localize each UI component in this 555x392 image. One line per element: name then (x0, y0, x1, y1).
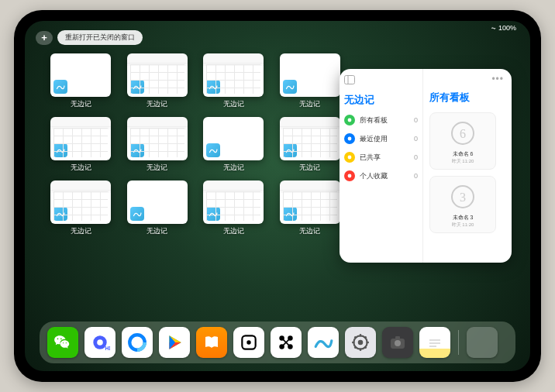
widget-main: ••• 所有看板 6未命名 6昨天 11:203未命名 3昨天 11:20 (423, 69, 512, 263)
category-icon (344, 133, 355, 144)
window-thumbnail (127, 181, 188, 224)
window-thumbnail (280, 117, 340, 160)
window-thumbnail (280, 181, 340, 224)
window-thumbnail (50, 53, 111, 97)
freeform-app-icon (130, 80, 144, 94)
window-label: 无边记 (299, 99, 320, 109)
category-icon (344, 170, 355, 181)
freeform-app-icon (130, 143, 144, 157)
window-label: 无边记 (299, 226, 320, 236)
board-timestamp: 昨天 11:20 (452, 158, 474, 165)
svg-point-24 (358, 340, 364, 346)
board-label: 未命名 3 (453, 214, 474, 222)
app-window[interactable]: 无边记 (201, 117, 267, 173)
widget-category-item[interactable]: 已共享0 (344, 152, 418, 163)
category-label: 个人收藏 (360, 171, 388, 181)
ipad-frame: ⏦ 100% + 重新打开已关闭的窗口 无边记无边记无边记无边记无边记无边记无边… (14, 10, 541, 382)
wechat-icon[interactable] (47, 327, 78, 358)
app-window[interactable]: 无边记 (125, 181, 191, 236)
svg-point-11 (97, 339, 103, 346)
dock: HD (40, 322, 515, 363)
widget-category-item[interactable]: 所有看板0 (344, 115, 418, 126)
app-window[interactable]: 无边记 (278, 53, 343, 109)
app-window[interactable]: 无边记 (125, 117, 191, 173)
category-count: 0 (414, 135, 418, 143)
sidebar-toggle-icon[interactable] (344, 75, 418, 87)
more-icon[interactable]: ••• (491, 74, 504, 84)
svg-text:3: 3 (460, 191, 466, 204)
freeform-app-icon (283, 143, 297, 157)
board-preview: 3 (447, 181, 478, 212)
quark-icon[interactable]: HD (84, 327, 115, 358)
freeform-app-icon (283, 207, 297, 221)
window-label: 无边记 (147, 163, 167, 173)
window-label: 无边记 (299, 163, 320, 173)
svg-line-32 (364, 336, 366, 338)
app-window[interactable]: 无边记 (125, 53, 191, 109)
screen: ⏦ 100% + 重新打开已关闭的窗口 无边记无边记无边记无边记无边记无边记无边… (25, 21, 530, 371)
svg-point-34 (395, 340, 401, 346)
window-thumbnail (50, 181, 111, 224)
category-icon (344, 152, 355, 163)
app-window[interactable]: 无边记 (278, 181, 343, 236)
svg-point-2 (348, 119, 352, 122)
category-count: 0 (414, 172, 418, 180)
freeform-widget[interactable]: 无边记 所有看板0最近使用0已共享0个人收藏0 ••• 所有看板 6未命名 6昨… (340, 69, 512, 263)
widget-category-item[interactable]: 最近使用0 (344, 133, 418, 144)
browser-icon[interactable] (122, 327, 153, 358)
window-thumbnail (127, 117, 188, 160)
window-thumbnail (203, 181, 264, 224)
freeform-app-icon (53, 207, 67, 221)
svg-rect-0 (345, 76, 355, 84)
widget-category-item[interactable]: 个人收藏0 (344, 170, 418, 181)
widget-right-title: 所有看板 (429, 91, 505, 105)
app-window[interactable]: 无边记 (48, 53, 114, 109)
window-label: 无边记 (71, 99, 91, 109)
category-label: 已共享 (360, 153, 381, 163)
dice-icon[interactable] (233, 327, 264, 358)
board-timestamp: 昨天 11:20 (452, 222, 474, 229)
window-thumbnail (203, 117, 264, 160)
category-label: 所有看板 (360, 115, 388, 126)
window-thumbnail (280, 53, 340, 97)
freeform-app-icon (283, 80, 297, 94)
app-switcher-grid: 无边记无边记无边记无边记无边记无边记无边记无边记无边记无边记无边记无边记 (48, 53, 343, 236)
freeform-app-icon (130, 207, 144, 221)
freeform-app-icon (53, 80, 67, 94)
svg-line-29 (354, 336, 356, 338)
freeform-app-icon (206, 207, 220, 221)
play-icon[interactable] (159, 327, 190, 358)
category-label: 最近使用 (360, 134, 388, 144)
freeform-app-icon (206, 80, 220, 94)
reopen-closed-button[interactable]: 重新打开已关闭的窗口 (57, 30, 143, 45)
new-window-button[interactable]: + (36, 31, 53, 45)
battery-label: 100% (498, 24, 516, 32)
window-label: 无边记 (147, 226, 167, 236)
app-window[interactable]: 无边记 (278, 117, 343, 173)
board-card[interactable]: 3未命名 3昨天 11:20 (429, 176, 496, 233)
window-label: 无边记 (223, 99, 244, 109)
settings-icon[interactable] (345, 327, 376, 358)
notes-icon[interactable] (419, 327, 450, 358)
svg-line-30 (364, 346, 366, 348)
svg-line-31 (354, 346, 356, 348)
svg-text:6: 6 (460, 127, 466, 140)
top-controls: + 重新打开已关闭的窗口 (36, 30, 143, 45)
board-card[interactable]: 6未命名 6昨天 11:20 (429, 112, 496, 170)
window-thumbnail (50, 117, 111, 160)
app-library-icon[interactable] (467, 327, 498, 358)
freeform-icon[interactable] (308, 327, 339, 358)
connect-icon[interactable] (271, 327, 302, 358)
books-icon[interactable] (196, 327, 227, 358)
app-window[interactable]: 无边记 (201, 181, 267, 236)
app-window[interactable]: 无边记 (48, 181, 114, 236)
app-window[interactable]: 无边记 (201, 53, 267, 109)
camera-icon[interactable] (382, 327, 413, 358)
board-preview: 6 (447, 118, 478, 149)
dock-divider (458, 330, 459, 355)
board-label: 未命名 6 (453, 150, 474, 158)
svg-text:HD: HD (105, 346, 111, 351)
svg-point-3 (348, 137, 352, 141)
freeform-app-icon (206, 143, 220, 157)
app-window[interactable]: 无边记 (48, 117, 114, 173)
